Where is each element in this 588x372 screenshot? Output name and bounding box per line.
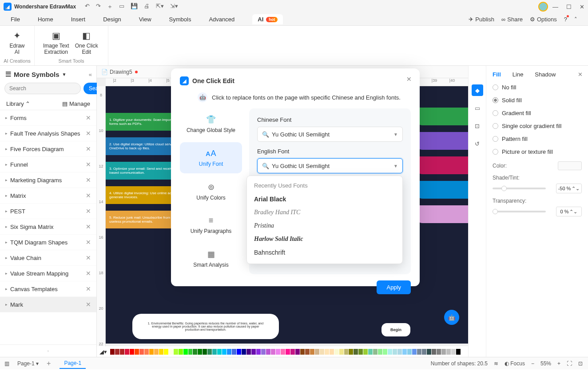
modal-side-item[interactable]: ᴀAUnify Font — [180, 142, 242, 173]
layers-icon[interactable]: ≋ — [494, 360, 498, 367]
color-swatch[interactable] — [110, 349, 115, 355]
undo-icon[interactable]: ↶ — [85, 3, 90, 11]
menu-design[interactable]: Design — [103, 16, 121, 23]
english-font-select[interactable]: 🔍 Yu Gothic UI Semilight ▼ — [257, 158, 403, 173]
close-icon[interactable]: ✕ — [580, 4, 584, 10]
remove-category-icon[interactable]: ✕ — [86, 239, 91, 246]
category-item[interactable]: ▸Six Sigma Matrix✕ — [0, 219, 96, 235]
options-button[interactable]: ⚙ Options — [530, 16, 557, 23]
color-swatch[interactable] — [358, 349, 363, 355]
color-swatch[interactable] — [334, 349, 339, 355]
color-swatch[interactable] — [227, 349, 231, 355]
color-swatch[interactable] — [422, 349, 426, 355]
remove-category-icon[interactable]: ✕ — [86, 161, 91, 168]
view-icon[interactable]: ⊡ — [472, 120, 483, 132]
more-symbols-title[interactable]: More Symbols — [14, 71, 60, 78]
menu-advanced[interactable]: Advanced — [209, 16, 234, 23]
hamburger-icon[interactable]: ☰ — [5, 70, 11, 78]
canvas-shape[interactable] — [415, 205, 468, 223]
modal-side-item[interactable]: 👕Change Global Style — [180, 108, 242, 140]
color-swatch[interactable] — [402, 349, 407, 355]
category-item[interactable]: ▸Value Stream Mapping✕ — [0, 266, 96, 281]
dialog-close-icon[interactable]: ✕ — [406, 76, 412, 83]
user-avatar[interactable] — [538, 2, 548, 12]
page-list-icon[interactable]: ▥ — [4, 360, 9, 367]
color-swatch[interactable] — [354, 349, 358, 355]
color-swatch[interactable] — [393, 349, 397, 355]
color-swatch[interactable] — [300, 349, 305, 355]
close-panel-icon[interactable]: ✕ — [578, 71, 583, 78]
symbol-search-input[interactable] — [4, 83, 81, 94]
modal-side-item[interactable]: ⊚Unify Colors — [180, 176, 242, 207]
chinese-font-select[interactable]: 🔍 Yu Gothic UI Semilight ▼ — [257, 127, 403, 142]
category-item[interactable]: ▸TQM Diagram Shapes✕ — [0, 235, 96, 250]
color-swatch[interactable] — [305, 349, 310, 355]
expand-strip-icon[interactable]: » — [4, 4, 8, 11]
color-swatch[interactable] — [456, 349, 461, 355]
canvas-shape[interactable] — [415, 156, 468, 174]
color-swatch[interactable] — [246, 349, 251, 355]
transparency-value[interactable]: 0 % ⌃⌄ — [556, 207, 582, 216]
color-swatch[interactable] — [451, 349, 456, 355]
remove-category-icon[interactable]: ✕ — [86, 176, 91, 184]
category-item[interactable]: ▸Forms✕ — [0, 110, 96, 126]
color-swatch[interactable] — [125, 349, 129, 355]
color-swatch[interactable] — [315, 349, 319, 355]
canvas-textbox[interactable]: 1. Environmental Benefits: Going paperle… — [132, 314, 279, 339]
color-swatch[interactable] — [193, 349, 197, 355]
menu-home[interactable]: Home — [38, 16, 53, 23]
color-swatch[interactable] — [149, 349, 154, 355]
help-icon[interactable]: ? — [564, 16, 567, 23]
color-swatch[interactable] — [212, 349, 217, 355]
color-swatch[interactable] — [154, 349, 159, 355]
remove-category-icon[interactable]: ✕ — [86, 301, 91, 308]
color-swatch[interactable] — [183, 349, 188, 355]
color-swatch[interactable] — [237, 349, 241, 355]
shade-value[interactable]: -50 % ⌃⌄ — [556, 184, 582, 193]
color-swatch[interactable] — [437, 349, 441, 355]
category-item[interactable]: ▸Marketing Diagrams✕ — [0, 172, 96, 188]
canvas-shape[interactable] — [415, 132, 468, 150]
minimize-icon[interactable]: — — [552, 4, 558, 10]
fill-option[interactable]: Solid fill — [493, 97, 582, 104]
color-swatch[interactable] — [373, 349, 377, 355]
menu-ai[interactable]: AI hot — [252, 14, 283, 24]
color-swatch[interactable] — [115, 349, 119, 355]
color-swatch[interactable] — [295, 349, 300, 355]
color-swatch[interactable] — [188, 349, 193, 355]
color-swatch[interactable] — [251, 349, 256, 355]
fit-page-icon[interactable]: ⛶ — [567, 360, 572, 367]
fill-option[interactable]: Single color gradient fill — [493, 123, 582, 129]
color-swatch[interactable] — [320, 349, 324, 355]
color-swatch[interactable] — [441, 349, 446, 355]
font-option[interactable]: Pristina — [247, 219, 402, 232]
modal-side-item[interactable]: ▦Smart Analysis — [180, 243, 242, 274]
color-swatch[interactable] — [310, 349, 314, 355]
color-swatch[interactable] — [330, 349, 334, 355]
color-swatch[interactable] — [412, 349, 417, 355]
fill-option[interactable]: Picture or texture fill — [493, 148, 582, 155]
color-swatch[interactable] — [446, 349, 451, 355]
document-tab[interactable]: 📄 Drawing5 — [101, 69, 132, 75]
image-text-icon[interactable]: ▣ — [41, 30, 72, 41]
transparency-slider[interactable] — [493, 211, 546, 212]
color-swatch[interactable] — [461, 349, 465, 355]
color-swatch[interactable] — [558, 161, 582, 170]
color-swatch[interactable] — [198, 349, 202, 355]
save-icon[interactable]: 💾 — [131, 3, 138, 11]
font-option[interactable]: Arial Black — [247, 192, 402, 206]
font-option[interactable]: Bahnschrift — [247, 246, 402, 259]
font-option[interactable]: Harlow Solid Italic — [247, 232, 402, 246]
shade-slider[interactable] — [493, 188, 546, 189]
page-selector[interactable]: Page-1 ▾ — [14, 360, 42, 368]
remove-category-icon[interactable]: ✕ — [86, 192, 91, 199]
export-icon[interactable]: ⇱▾ — [156, 3, 164, 11]
color-swatch[interactable] — [164, 349, 168, 355]
redo-icon[interactable]: ↷ — [96, 3, 101, 11]
new-icon[interactable]: ＋ — [107, 3, 113, 11]
color-swatch[interactable] — [363, 349, 368, 355]
color-swatch[interactable] — [349, 349, 353, 355]
library-label[interactable]: Library ⌃ — [6, 100, 30, 107]
remove-category-icon[interactable]: ✕ — [86, 145, 91, 152]
color-swatch[interactable] — [174, 349, 178, 355]
